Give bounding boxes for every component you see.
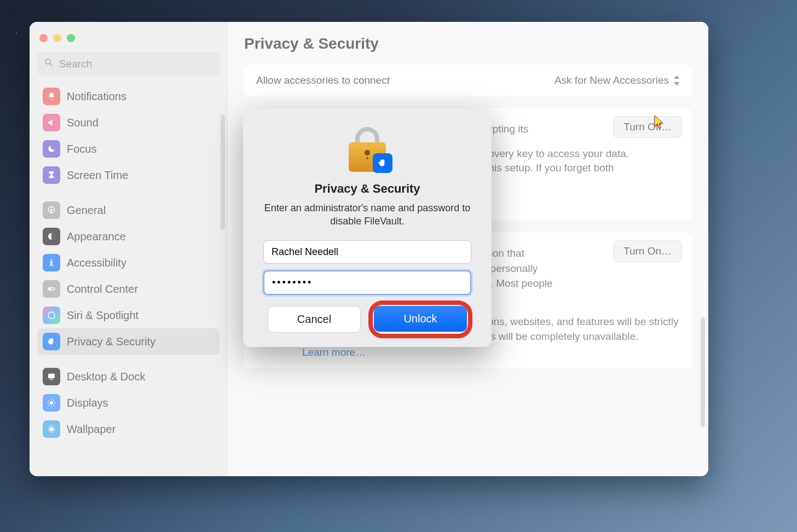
sidebar-item-general[interactable]: General bbox=[37, 197, 220, 223]
sun-icon bbox=[43, 394, 60, 412]
modal-buttons: Cancel Unlock bbox=[258, 306, 476, 333]
unlock-highlight: Unlock bbox=[374, 306, 467, 333]
svg-line-17 bbox=[49, 405, 50, 406]
auth-modal: Privacy & Security Enter an administrato… bbox=[243, 108, 492, 347]
sidebar-item-desktop-dock[interactable]: Desktop & Dock bbox=[37, 363, 220, 390]
hand-icon bbox=[43, 333, 60, 350]
chevron-updown-icon bbox=[672, 76, 680, 85]
lock-illustration bbox=[344, 126, 390, 172]
accessories-card: Allow accessories to connect Ask for New… bbox=[244, 65, 692, 96]
svg-point-7 bbox=[48, 312, 55, 319]
close-icon[interactable] bbox=[39, 34, 48, 42]
svg-point-0 bbox=[45, 59, 50, 64]
username-field[interactable] bbox=[263, 240, 471, 264]
sidebar-item-label: Control Center bbox=[67, 283, 138, 296]
page-title: Privacy & Security bbox=[244, 35, 692, 53]
traffic-lights bbox=[35, 31, 222, 52]
sidebar-item-label: Accessibility bbox=[67, 257, 126, 269]
appearance-icon bbox=[43, 228, 60, 245]
unlock-button[interactable]: Unlock bbox=[374, 306, 467, 332]
svg-line-15 bbox=[49, 400, 50, 401]
sidebar-item-label: General bbox=[67, 204, 106, 217]
svg-line-1 bbox=[50, 63, 53, 66]
accessories-select[interactable]: Ask for New Accessories bbox=[555, 74, 680, 86]
zoom-icon[interactable] bbox=[67, 34, 75, 42]
sidebar-item-label: Siri & Spotlight bbox=[67, 309, 138, 322]
svg-point-6 bbox=[49, 288, 51, 290]
control-center-icon bbox=[43, 280, 60, 298]
minimize-icon[interactable] bbox=[53, 34, 61, 42]
sidebar-item-label: Sound bbox=[67, 117, 99, 129]
sidebar-item-label: Focus bbox=[67, 143, 96, 155]
hourglass-icon bbox=[43, 166, 60, 184]
sidebar-item-focus[interactable]: Focus bbox=[37, 136, 220, 162]
lockdown-turn-on-button[interactable]: Turn On… bbox=[613, 240, 682, 262]
svg-point-4 bbox=[51, 259, 53, 261]
svg-point-10 bbox=[50, 401, 53, 404]
sidebar-item-privacy-security[interactable]: Privacy & Security bbox=[37, 328, 220, 355]
modal-title: Privacy & Security bbox=[258, 182, 476, 196]
sidebar-item-label: Wallpaper bbox=[67, 423, 115, 436]
sidebar-item-siri-spotlight[interactable]: Siri & Spotlight bbox=[37, 302, 220, 328]
main-scrollbar[interactable] bbox=[701, 317, 705, 427]
sidebar-list: Notifications Sound Focus Screen Time bbox=[35, 83, 222, 442]
sidebar-item-wallpaper[interactable]: Wallpaper bbox=[37, 416, 220, 442]
sidebar-item-label: Screen Time bbox=[67, 169, 128, 182]
sidebar-item-accessibility[interactable]: Accessibility bbox=[37, 250, 220, 276]
sidebar-item-label: Privacy & Security bbox=[67, 336, 155, 348]
search-icon bbox=[44, 57, 54, 70]
sidebar-scrollbar[interactable] bbox=[221, 115, 225, 230]
svg-point-19 bbox=[49, 427, 54, 431]
sidebar-item-label: Appearance bbox=[67, 230, 126, 243]
accessibility-icon bbox=[43, 254, 60, 271]
svg-line-18 bbox=[54, 400, 55, 401]
cancel-button[interactable]: Cancel bbox=[268, 306, 361, 333]
cursor-icon bbox=[654, 115, 663, 128]
sidebar-item-screen-time[interactable]: Screen Time bbox=[37, 162, 220, 188]
password-field[interactable] bbox=[263, 270, 471, 295]
svg-rect-8 bbox=[48, 374, 55, 378]
accessories-label: Allow accessories to connect bbox=[256, 74, 390, 86]
svg-line-16 bbox=[54, 405, 55, 406]
svg-rect-9 bbox=[50, 379, 53, 380]
sidebar-item-notifications[interactable]: Notifications bbox=[37, 83, 220, 109]
speaker-icon bbox=[43, 114, 60, 131]
bell-icon bbox=[43, 88, 60, 105]
hand-badge-icon bbox=[373, 153, 392, 173]
search-input[interactable] bbox=[59, 58, 213, 70]
accessories-value: Ask for New Accessories bbox=[555, 74, 669, 86]
sidebar: Notifications Sound Focus Screen Time bbox=[30, 22, 228, 476]
sidebar-item-label: Notifications bbox=[67, 90, 126, 103]
search-input-wrap[interactable] bbox=[37, 52, 220, 76]
learn-more-link[interactable]: Learn more… bbox=[302, 346, 366, 358]
filevault-turn-off-button[interactable]: Turn Off… bbox=[613, 116, 682, 138]
modal-message: Enter an administrator's name and passwo… bbox=[258, 201, 476, 228]
siri-icon bbox=[43, 307, 60, 324]
svg-point-2 bbox=[50, 209, 53, 212]
sidebar-item-sound[interactable]: Sound bbox=[37, 109, 220, 136]
sidebar-item-appearance[interactable]: Appearance bbox=[37, 223, 220, 250]
sidebar-item-control-center[interactable]: Control Center bbox=[37, 276, 220, 302]
moon-icon bbox=[43, 140, 60, 158]
sidebar-item-displays[interactable]: Displays bbox=[37, 390, 220, 416]
sidebar-item-label: Desktop & Dock bbox=[67, 371, 145, 383]
gear-icon bbox=[43, 201, 60, 219]
sidebar-item-label: Displays bbox=[67, 397, 108, 409]
dock-icon bbox=[43, 368, 60, 385]
wallpaper-icon bbox=[43, 420, 60, 438]
